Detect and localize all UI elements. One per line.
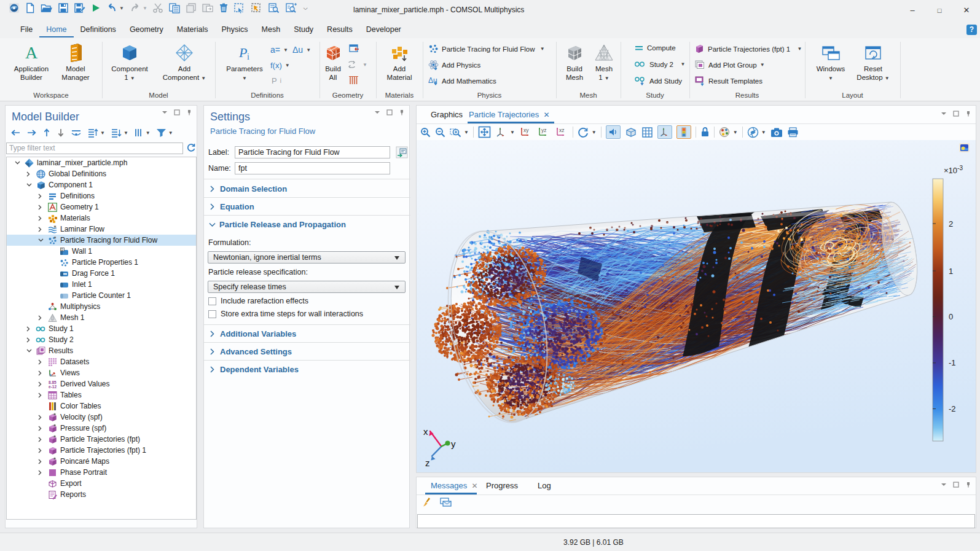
svg-text:2: 2: [949, 219, 953, 229]
svg-text:-2: -2: [949, 404, 956, 413]
svg-text:xy: xy: [523, 127, 529, 133]
svg-text:P: P: [238, 45, 247, 60]
svg-text:i: i: [247, 52, 249, 61]
svg-text:-1: -1: [949, 358, 956, 367]
svg-text:y: y: [451, 439, 456, 449]
svg-text:x: x: [423, 426, 428, 437]
svg-text:xz: xz: [559, 127, 565, 133]
svg-text:z: z: [425, 458, 430, 468]
svg-text:A: A: [25, 43, 38, 62]
svg-text:1: 1: [949, 267, 953, 276]
svg-text:e-12: e-12: [49, 385, 57, 389]
svg-text:0: 0: [949, 312, 953, 321]
svg-text:8.85: 8.85: [49, 380, 57, 385]
svg-text:yz: yz: [541, 127, 547, 133]
